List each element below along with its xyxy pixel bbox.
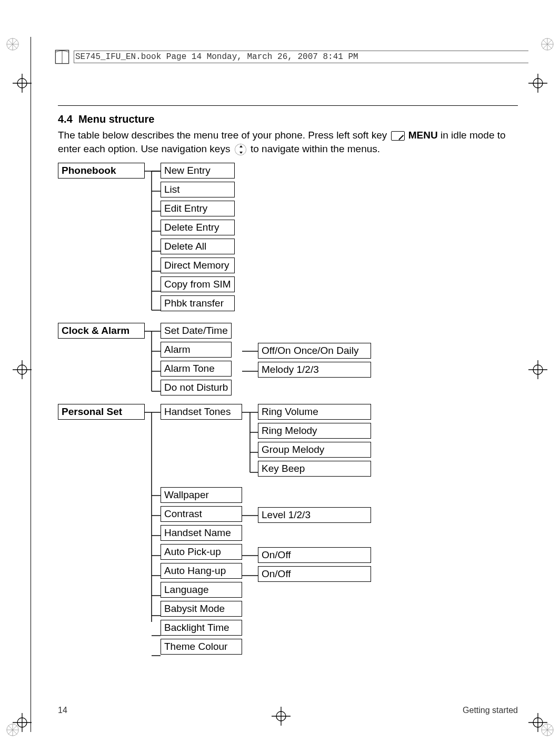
- menu-item: Alarm Tone: [161, 361, 232, 377]
- menu-item: List: [161, 182, 235, 197]
- registration-mark-icon: [528, 74, 547, 93]
- menu-item: Babysit Mode: [161, 601, 242, 617]
- menu-item: Direct Memory: [161, 258, 235, 273]
- section-heading: 4.4 Menu structure: [58, 113, 518, 125]
- page-footer: 14 Getting started: [58, 706, 518, 715]
- menu-item: Phbk transfer: [161, 295, 235, 311]
- book-icon: [53, 47, 72, 66]
- framemaker-header: SE745_IFU_EN.book Page 14 Monday, March …: [53, 47, 528, 66]
- registration-mark-icon: [13, 360, 32, 379]
- navigation-key-icon: [235, 144, 246, 155]
- menu-item: New Entry: [161, 163, 235, 179]
- menu-item: Delete Entry: [161, 220, 235, 235]
- footer-section-name: Getting started: [463, 706, 518, 715]
- menu-sub-item: Group Melody: [258, 442, 371, 458]
- menu-sub-item: On/Off: [258, 547, 371, 563]
- menu-sub-item: Key Beep: [258, 461, 371, 477]
- menu-sub-item: Melody 1/2/3: [258, 362, 371, 378]
- menu-personal-set: Personal Set: [58, 404, 145, 420]
- menu-item: Handset Name: [161, 525, 242, 541]
- print-registration-corner: [540, 37, 555, 52]
- content-rule: [58, 105, 518, 106]
- intro-paragraph: The table below describes the menu tree …: [58, 128, 518, 155]
- page-number: 14: [58, 706, 67, 715]
- menu-sub-item: Level 1/2/3: [258, 507, 371, 523]
- menu-item: Auto Hang-up: [161, 563, 242, 579]
- registration-mark-icon: [528, 360, 547, 379]
- menu-item: Edit Entry: [161, 201, 235, 216]
- menu-sub-item: Off/On Once/On Daily: [258, 343, 371, 359]
- menu-sub-item: Ring Volume: [258, 404, 371, 420]
- trim-line: [0, 0, 1, 632]
- menu-item: Set Date/Time: [161, 323, 232, 339]
- menu-item: Copy from SIM: [161, 276, 235, 292]
- print-registration-corner: [5, 37, 20, 52]
- menu-item: Auto Pick-up: [161, 544, 242, 560]
- menu-phonebook: Phonebook: [58, 163, 145, 179]
- menu-item: Delete All: [161, 239, 235, 254]
- crop-line: [31, 37, 31, 732]
- page-content: 4.4 Menu structure The table below descr…: [58, 105, 518, 163]
- menu-clock-alarm: Clock & Alarm: [58, 323, 145, 339]
- registration-mark-icon: [13, 713, 32, 732]
- header-filename: SE745_IFU_EN.book Page 14 Monday, March …: [75, 52, 358, 62]
- soft-key-icon: [391, 131, 405, 141]
- menu-item: Backlight Time: [161, 620, 242, 636]
- menu-item: Alarm: [161, 342, 232, 358]
- registration-mark-icon: [528, 713, 547, 732]
- menu-item: Theme Colour: [161, 639, 242, 655]
- menu-item: Do not Disturb: [161, 380, 232, 395]
- menu-item: Language: [161, 582, 242, 598]
- menu-sub-item: Ring Melody: [258, 423, 371, 439]
- menu-item: Wallpaper: [161, 487, 242, 503]
- registration-mark-icon: [13, 74, 32, 93]
- menu-item: Handset Tones: [161, 404, 242, 420]
- menu-item: Contrast: [161, 506, 242, 522]
- menu-sub-item: On/Off: [258, 566, 371, 582]
